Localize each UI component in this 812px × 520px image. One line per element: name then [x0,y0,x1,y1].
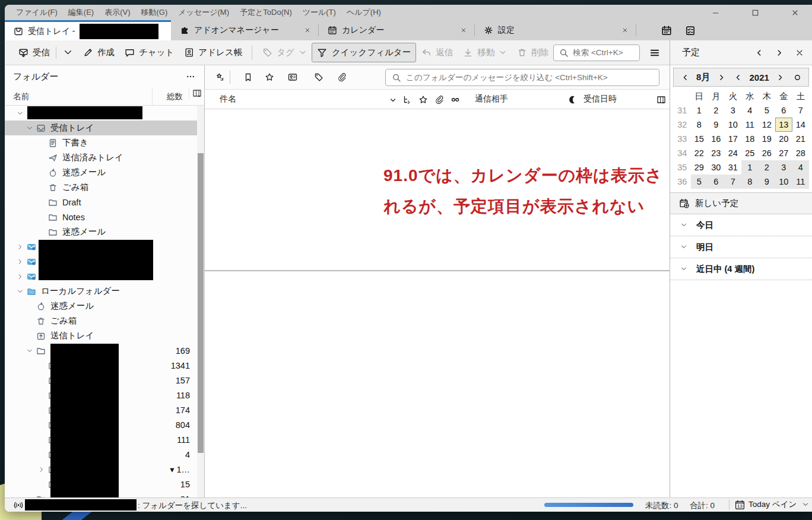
menu-item-0[interactable]: ファイル(F) [11,5,63,20]
filter-attachment-icon[interactable] [337,72,347,83]
move-button[interactable]: 移動 [458,43,512,62]
calendar-day[interactable]: 11 [792,175,810,189]
calendar-day[interactable]: 15 [691,132,708,146]
calendar-day[interactable]: 9 [708,118,725,132]
write-button[interactable]: 作成 [78,43,119,62]
menu-item-3[interactable]: 移動(G) [136,5,173,20]
delete-button[interactable]: 削除 [512,43,553,62]
chevron-down-icon[interactable] [17,288,26,295]
folder-row-ごみ箱[interactable]: ごみ箱 [5,313,204,328]
read-column-icon[interactable] [568,94,579,105]
calendar-day[interactable]: 4 [741,103,759,118]
folder-row-ローカルフォルダー[interactable]: ローカルフォルダー [5,284,204,299]
get-mail-button[interactable]: 受信 [13,43,55,62]
today-close-icon[interactable] [794,47,805,58]
junk-column-icon[interactable] [450,94,461,105]
calendar-day[interactable]: 21 [792,132,810,146]
chat-button[interactable]: チャット [119,43,179,62]
calendar-day[interactable]: 25 [741,146,759,160]
calendar-day[interactable]: 5 [691,175,708,189]
filter-contact-icon[interactable] [287,72,298,83]
message-pane-splitter[interactable] [205,270,670,271]
maximize-button[interactable] [747,6,763,19]
calendar-day[interactable]: 10 [775,175,792,189]
tab-close-icon[interactable] [302,25,313,36]
sort-direction-icon[interactable] [388,95,398,106]
folder-row-下書き[interactable]: 下書き [5,135,204,150]
quick-filter-input-box[interactable] [385,69,659,86]
quick-filter-button[interactable]: クイックフィルター [312,43,416,62]
correspondents-column[interactable]: 通信相手 [475,94,508,104]
global-search-box[interactable] [553,45,640,61]
calendar-day[interactable]: 31 [725,160,742,175]
folder-row-迷惑メール[interactable]: 迷惑メール [5,224,204,239]
new-event-button[interactable]: 新しい予定 [670,192,812,214]
today-pane-toggle[interactable]: 13 Today ペイン [734,499,811,510]
chevron-down-icon[interactable] [26,347,36,354]
tab-addons[interactable]: アドオンマネージャー [171,20,319,40]
calendar-day[interactable]: 7 [792,103,810,118]
calendar-day[interactable]: 18 [741,132,759,146]
minimize-button[interactable] [708,6,723,19]
calendar-day[interactable]: 8 [691,118,708,132]
next-month-icon[interactable] [716,72,727,83]
star-column-icon[interactable] [418,94,429,105]
tasks-tab-toggle-icon[interactable] [685,25,696,36]
quick-filter-input[interactable] [406,73,654,82]
chevron-right-icon[interactable] [17,258,26,265]
calendar-day-today[interactable]: 13 [775,118,792,132]
prev-year-icon[interactable] [732,72,743,83]
calendar-day[interactable]: 2 [708,103,725,118]
column-picker-icon[interactable] [656,94,667,105]
folder-name-column[interactable]: 名前 [5,91,152,102]
calendar-day[interactable]: 6 [708,175,725,189]
calendar-day[interactable]: 1 [741,160,759,175]
folder-row-迷惑メール[interactable]: 迷惑メール [5,165,204,180]
calendar-day[interactable]: 6 [775,103,792,118]
chevron-right-icon[interactable] [17,273,26,280]
chevron-down-icon[interactable] [17,110,26,117]
prev-month-icon[interactable] [680,72,690,83]
subject-column[interactable]: 件名 [220,94,236,104]
menu-item-6[interactable]: ツール(T) [297,5,341,20]
folder-row-送信済みトレイ[interactable]: 送信済みトレイ [5,150,204,165]
calendar-day[interactable]: 2 [759,160,776,175]
menu-item-5[interactable]: 予定とToDo(N) [234,5,297,20]
calendar-day[interactable]: 10 [725,118,742,132]
calendar-day[interactable]: 11 [741,118,759,132]
today-circle-icon[interactable] [792,72,803,83]
calendar-day[interactable]: 22 [691,146,708,160]
folder-row-受信トレイ[interactable]: 受信トレイ [5,121,204,135]
search-input[interactable] [573,48,635,57]
filter-sticky-icon[interactable] [214,72,225,83]
tab-close-icon[interactable] [458,25,469,36]
menu-item-4[interactable]: メッセージ(M) [173,5,234,20]
thread-column-icon[interactable] [401,94,412,105]
menu-item-2[interactable]: 表示(V) [99,5,135,20]
tab-settings[interactable]: 設定 [475,20,636,40]
calendar-day[interactable]: 28 [792,146,810,160]
folder-pane-options-icon[interactable] [185,71,196,82]
folder-row-ごみ箱[interactable]: ごみ箱 [5,180,204,195]
filter-unread-icon[interactable] [243,72,253,83]
today-section-0[interactable]: 今日 [670,214,812,236]
calendar-day[interactable]: 7 [725,175,742,189]
calendar-day[interactable]: 24 [725,146,742,160]
calendar-day[interactable]: 9 [759,175,776,189]
calendar-day[interactable]: 4 [792,160,810,175]
filter-tags-icon[interactable] [313,72,324,83]
folder-total-column[interactable]: 総数 [152,88,189,105]
folder-scrollbar[interactable] [197,106,204,497]
date-column[interactable]: 受信日時 [583,94,617,104]
today-section-1[interactable]: 明日 [670,236,812,258]
folder-row-Notes[interactable]: Notes [5,210,204,224]
today-next-icon[interactable] [774,47,785,58]
calendar-day[interactable]: 23 [708,146,725,160]
calendar-day[interactable]: 5 [759,103,776,118]
calendar-day[interactable]: 30 [708,160,725,175]
today-section-2[interactable]: 近日中 (4 週間) [670,258,812,280]
chevron-right-icon[interactable] [17,243,26,251]
folder-scrollbar-thumb[interactable] [198,153,204,453]
calendar-day[interactable]: 20 [775,132,792,146]
folder-row-迷惑メール[interactable]: 迷惑メール [5,299,204,313]
